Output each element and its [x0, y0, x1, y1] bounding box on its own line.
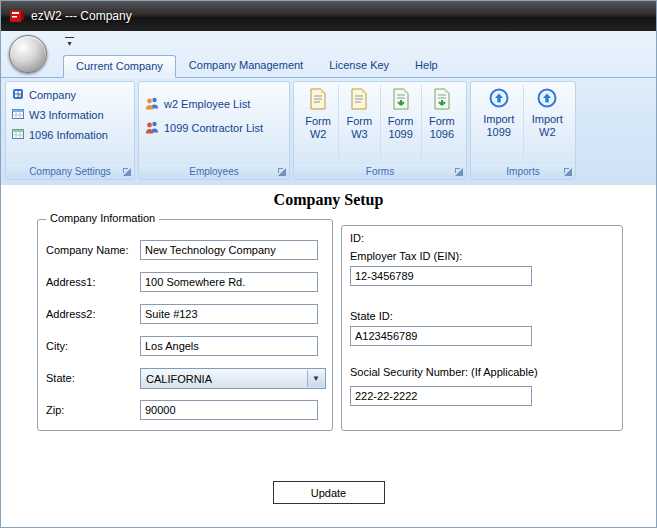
form-w3-button[interactable]: Form W3	[338, 85, 379, 160]
tab-company-management[interactable]: Company Management	[176, 54, 316, 77]
form-1099-icon	[390, 88, 412, 112]
ribbon-item-label: Form	[347, 115, 373, 128]
w3-information-icon	[12, 108, 24, 122]
ribbon: ▾ Current Company Company Management Lic…	[1, 31, 656, 186]
ribbon-item-label: Form	[305, 115, 331, 128]
company-icon	[12, 88, 24, 102]
page-title: Company Setup	[1, 191, 656, 209]
tab-help[interactable]: Help	[402, 54, 451, 77]
field-ssn	[350, 386, 614, 408]
ribbon-item-label: w2 Employee List	[164, 98, 250, 110]
field-city: City:	[46, 336, 324, 358]
company-name-label: Company Name:	[46, 244, 129, 256]
company-information-groupbox: Company Information Company Name: Addres…	[37, 219, 333, 431]
zip-input[interactable]	[140, 400, 318, 420]
state-id-label: State ID:	[350, 310, 393, 322]
ssn-input[interactable]	[350, 386, 532, 406]
id-groupbox: ID: Employer Tax ID (EIN): State ID: Soc…	[341, 225, 623, 431]
group-imports: Import 1099 Import W2 Imports	[470, 81, 576, 180]
form-1099-button[interactable]: Form 1099	[380, 85, 421, 160]
ribbon-item-label: W3 Information	[29, 109, 104, 121]
ribbon-item-label: 1099	[388, 128, 412, 141]
1099-contractor-list-icon	[145, 120, 159, 136]
field-zip: Zip:	[46, 400, 324, 422]
group-label: Forms	[366, 166, 394, 177]
ribbon-item-label: W2	[310, 128, 327, 141]
window-title: ezW2 --- Company	[31, 9, 132, 23]
group-footer-employees: Employees	[139, 163, 289, 179]
form-1096-button[interactable]: Form 1096	[421, 85, 462, 160]
state-label: State:	[46, 372, 75, 384]
ein-input[interactable]	[350, 266, 532, 286]
ribbon-item-company[interactable]: Company	[10, 85, 130, 105]
import-w2-icon	[537, 88, 557, 110]
ribbon-item-label: W2	[539, 126, 556, 139]
import-1099-button[interactable]: Import 1099	[475, 85, 523, 160]
ribbon-item-label: Import	[483, 113, 514, 126]
tab-license-key[interactable]: License Key	[316, 54, 402, 77]
address1-label: Address1:	[46, 276, 96, 288]
ribbon-tab-row: Current Company Company Management Licen…	[1, 53, 656, 78]
ribbon-item-label: 1096	[430, 128, 454, 141]
app-window: ezW2 --- Company ▾ Current Company Compa…	[0, 0, 657, 528]
address2-input[interactable]	[140, 304, 318, 324]
address1-input[interactable]	[140, 272, 318, 292]
ribbon-item-label: 1096 Infomation	[29, 129, 108, 141]
state-select[interactable]: CALIFORNIA ▼	[140, 368, 326, 389]
ein-label: Employer Tax ID (EIN):	[350, 250, 462, 262]
id-heading: ID:	[350, 232, 364, 244]
form-w3-icon	[348, 88, 370, 112]
ribbon-item-label: Company	[29, 89, 76, 101]
field-address2: Address2:	[46, 304, 324, 326]
city-label: City:	[46, 340, 68, 352]
ribbon-item-w3-information[interactable]: W3 Information	[10, 105, 130, 125]
city-input[interactable]	[140, 336, 318, 356]
chevron-down-icon: ▼	[307, 370, 324, 387]
quick-access-dropdown[interactable]: ▾	[65, 37, 74, 48]
form-w2-icon	[307, 88, 329, 112]
ribbon-groups: Company W3 Information 1096 Infomation	[1, 78, 656, 183]
dialog-launcher-icon[interactable]	[563, 167, 573, 177]
w2-employee-list-icon	[145, 96, 159, 112]
app-icon	[9, 8, 25, 24]
state-select-value: CALIFORNIA	[146, 373, 212, 385]
import-1099-icon	[489, 88, 509, 110]
field-company-name: Company Name:	[46, 240, 324, 262]
company-name-input[interactable]	[140, 240, 318, 260]
form-1096-icon	[431, 88, 453, 112]
dialog-launcher-icon[interactable]	[277, 167, 287, 177]
zip-label: Zip:	[46, 404, 64, 416]
tab-current-company[interactable]: Current Company	[63, 55, 176, 78]
group-label: Employees	[189, 166, 238, 177]
group-employees: w2 Employee List 1099 Contractor List Em…	[138, 81, 290, 180]
ribbon-item-1099-contractor-list[interactable]: 1099 Contractor List	[143, 116, 285, 140]
group-footer-company-settings: Company Settings	[6, 163, 134, 179]
field-state-id	[350, 326, 614, 348]
dialog-launcher-icon[interactable]	[454, 167, 464, 177]
group-label: Company Settings	[29, 166, 111, 177]
main-content: Company Setup Company Information Compan…	[1, 185, 656, 527]
form-w2-button[interactable]: Form W2	[298, 85, 338, 160]
ribbon-item-1096-information[interactable]: 1096 Infomation	[10, 125, 130, 145]
import-w2-button[interactable]: Import W2	[523, 85, 572, 160]
state-id-input[interactable]	[350, 326, 532, 346]
ribbon-item-label: 1099	[487, 126, 511, 139]
dialog-launcher-icon[interactable]	[122, 167, 132, 177]
field-ein	[350, 266, 614, 288]
1096-information-icon	[12, 128, 24, 142]
group-footer-forms: Forms	[294, 163, 466, 179]
ssn-label: Social Security Number: (If Applicable)	[350, 366, 538, 378]
group-forms: Form W2 Form W3	[293, 81, 467, 180]
title-bar: ezW2 --- Company	[1, 1, 656, 31]
address2-label: Address2:	[46, 308, 96, 320]
ribbon-item-label: 1099 Contractor List	[164, 122, 263, 134]
ribbon-item-label: Form	[388, 115, 414, 128]
ribbon-item-label: Import	[532, 113, 563, 126]
field-state: State: CALIFORNIA ▼	[46, 368, 324, 390]
ribbon-item-label: W3	[351, 128, 368, 141]
group-company-settings: Company W3 Information 1096 Infomation	[5, 81, 135, 180]
ribbon-item-w2-employee-list[interactable]: w2 Employee List	[143, 92, 285, 116]
field-address1: Address1:	[46, 272, 324, 294]
update-button[interactable]: Update	[273, 481, 385, 504]
group-label: Imports	[506, 166, 539, 177]
